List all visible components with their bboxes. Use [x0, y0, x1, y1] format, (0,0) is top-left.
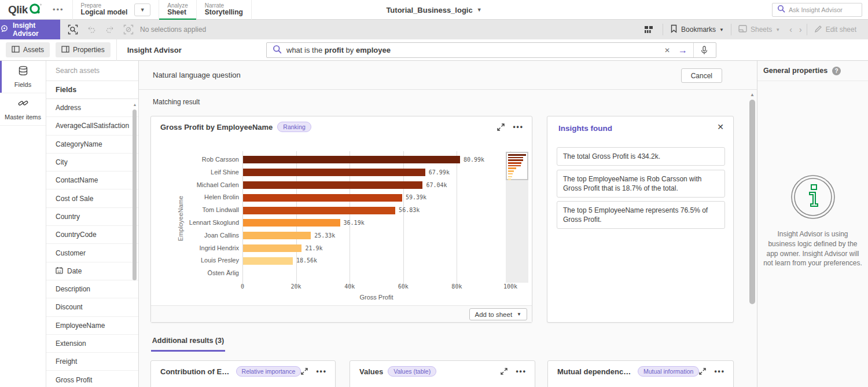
rail-item-master-items[interactable]: Master items: [0, 93, 46, 126]
expand-icon[interactable]: [501, 368, 507, 375]
scrollbar-thumb[interactable]: [133, 109, 137, 280]
tab-analyze[interactable]: Analyze Sheet: [159, 0, 196, 20]
field-item[interactable]: Customer: [46, 244, 138, 262]
expand-icon[interactable]: [497, 123, 505, 131]
tab-underline: [151, 350, 225, 352]
field-item[interactable]: Country: [46, 208, 138, 226]
bar[interactable]: [243, 232, 311, 239]
card-title: Contribution of Employ...: [160, 367, 231, 376]
field-item[interactable]: EmployeeName: [46, 317, 138, 335]
expand-icon[interactable]: [699, 368, 706, 375]
minimap-window[interactable]: [506, 152, 528, 180]
scrollbar-thumb[interactable]: [749, 100, 755, 304]
close-icon[interactable]: ✕: [717, 122, 724, 132]
query-input[interactable]: what is the profit by employee ✕ →: [266, 42, 716, 58]
properties-button[interactable]: Properties: [56, 42, 111, 57]
insight-advisor-button[interactable]: Insight Advisor: [0, 20, 60, 39]
selections-status: No selections applied: [140, 25, 206, 34]
divider: [731, 24, 731, 35]
chart-title: Gross Profit by EmployeeName: [160, 123, 273, 132]
ellipsis-menu-icon[interactable]: •••: [316, 367, 327, 375]
app-title-text: Tutorial_Business_logic: [386, 6, 472, 14]
bookmarks-button[interactable]: Bookmarks ▼: [664, 23, 730, 36]
field-item[interactable]: ContactName: [46, 171, 138, 189]
more-menu-icon[interactable]: •••: [48, 5, 69, 14]
main-scrollbar[interactable]: ▲: [749, 90, 756, 387]
scroll-up-icon[interactable]: ▲: [749, 92, 756, 97]
search-assets-input[interactable]: Search assets: [46, 61, 138, 81]
sheets-button[interactable]: Sheets ▼: [733, 23, 786, 36]
bar[interactable]: [243, 219, 340, 227]
search-assets-placeholder: Search assets: [56, 67, 100, 75]
app-overview-icon[interactable]: [641, 21, 657, 38]
field-item[interactable]: Cost of Sale: [46, 189, 138, 207]
field-label: Address: [56, 104, 81, 112]
scroll-up-icon[interactable]: ▲: [133, 103, 137, 107]
bar[interactable]: [243, 156, 460, 163]
next-sheet-button[interactable]: ›: [796, 23, 806, 36]
field-item[interactable]: CountryCode: [46, 226, 138, 244]
submit-arrow-icon[interactable]: →: [677, 45, 689, 56]
field-label: Freight: [56, 357, 77, 366]
previous-sheet-button[interactable]: ‹: [786, 23, 796, 36]
assets-scrollbar[interactable]: ▲: [133, 100, 137, 386]
app-title[interactable]: Tutorial_Business_logic ▼: [386, 0, 481, 20]
ask-insight-advisor-search[interactable]: Ask Insight Advisor: [772, 3, 862, 17]
x-tick-label: 40k: [344, 283, 355, 290]
assets-panel-icon: [12, 46, 20, 54]
tab-narrate[interactable]: Narrate Storytelling: [196, 0, 252, 20]
ellipsis-menu-icon[interactable]: •••: [516, 367, 527, 375]
assets-button[interactable]: Assets: [6, 42, 50, 57]
field-item[interactable]: AverageCallSatisfaction: [46, 117, 138, 135]
field-item[interactable]: City: [46, 154, 138, 171]
clear-selections-icon[interactable]: [120, 21, 137, 38]
tab-additional-results[interactable]: Additional results (3): [151, 334, 225, 352]
field-item[interactable]: Freight: [46, 353, 138, 371]
main-content: Natural language question Cancel Matchin…: [139, 61, 757, 387]
insight-item[interactable]: The top EmployeeName is Rob Carsson with…: [557, 170, 725, 198]
minimap-bar: [508, 159, 523, 161]
bar-value-label: 56.83k: [399, 204, 420, 217]
chart-minimap[interactable]: [506, 152, 528, 283]
help-icon[interactable]: ?: [832, 67, 841, 75]
bar[interactable]: [243, 257, 293, 265]
redo-icon[interactable]: [102, 21, 118, 38]
bar[interactable]: [243, 207, 395, 214]
field-item[interactable]: Extension: [46, 335, 138, 353]
insight-item[interactable]: The total Gross Profit is 434.2k.: [557, 147, 725, 166]
add-to-sheet-button[interactable]: Add to sheet ▼: [469, 308, 528, 320]
undo-icon[interactable]: [83, 21, 100, 38]
sheets-icon: [738, 25, 747, 34]
bar[interactable]: [243, 169, 425, 176]
field-item[interactable]: Address: [46, 99, 138, 117]
tab-prepare[interactable]: Prepare Logical model ▼: [72, 0, 159, 20]
ellipsis-menu-icon[interactable]: •••: [513, 123, 524, 131]
smart-search-icon[interactable]: [65, 21, 81, 38]
rail-item-fields[interactable]: Fields: [0, 61, 46, 93]
tab-prepare-label: Logical model: [81, 9, 128, 17]
card-title: Values: [359, 367, 383, 376]
qlik-logo[interactable]: Qlik: [0, 2, 48, 18]
bar[interactable]: [243, 244, 301, 252]
insight-item[interactable]: The top 5 EmployeeName represents 76.5% …: [557, 201, 725, 229]
field-item[interactable]: CategoryName: [46, 136, 138, 154]
bookmark-icon: [670, 24, 678, 35]
edit-sheet-button[interactable]: Edit sheet: [808, 23, 862, 36]
expand-icon[interactable]: [301, 368, 308, 375]
field-item[interactable]: Description: [46, 280, 138, 298]
field-item[interactable]: 12Date: [46, 262, 138, 280]
bar[interactable]: [243, 194, 402, 202]
clear-query-icon[interactable]: ✕: [662, 46, 672, 54]
cancel-button[interactable]: Cancel: [681, 68, 722, 83]
category-labels: Rob CarssonLeif ShineMichael CarlenHelen…: [163, 154, 239, 280]
assets-button-label: Assets: [23, 46, 44, 54]
minimap-bar: [508, 170, 514, 172]
field-item[interactable]: Discount: [46, 298, 138, 316]
bar[interactable]: [243, 181, 422, 189]
prepare-dropdown-button[interactable]: ▼: [134, 3, 150, 16]
ellipsis-menu-icon[interactable]: •••: [714, 367, 725, 375]
microphone-icon[interactable]: [698, 46, 710, 55]
field-item[interactable]: Gross Profit: [46, 371, 138, 387]
card-badge: Mutual information: [638, 366, 699, 377]
bar-row: [242, 267, 510, 280]
